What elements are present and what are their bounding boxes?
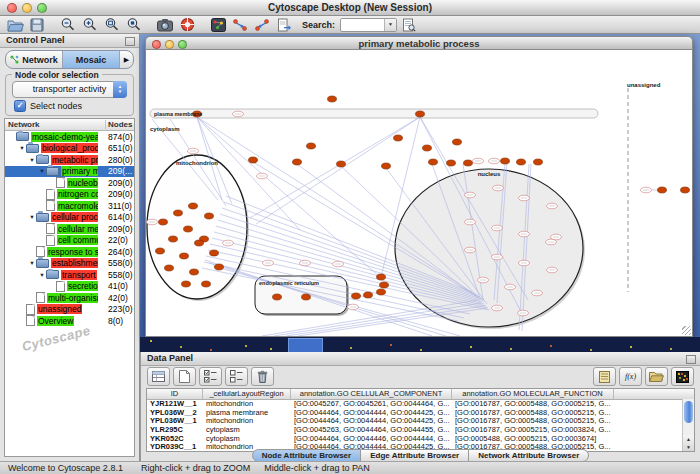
table-row[interactable]: YKR052Ccytoplasm[GO:0044464, GO:0044446,…	[147, 435, 694, 444]
tree-row[interactable]: multi-organism pro42(0)	[5, 292, 134, 304]
column-header[interactable]: annotation.GO CELLULAR_COMPONENT	[291, 389, 452, 399]
network-node[interactable]	[169, 236, 178, 242]
network-node[interactable]	[273, 294, 282, 300]
network-node[interactable]	[658, 187, 667, 193]
delete-attribute-icon[interactable]	[251, 367, 274, 386]
tree-row[interactable]: macromolecule311(0)	[5, 200, 134, 212]
tree-row[interactable]: cellular metabo209(0)	[5, 223, 134, 235]
window-titlebar[interactable]: Cytoscape Desktop (New Session)	[0, 0, 700, 16]
expander-icon[interactable]: ▼	[28, 260, 36, 266]
zoom-selected-icon[interactable]	[124, 17, 144, 32]
network-window-titlebar[interactable]: primary metabolic process	[145, 36, 693, 50]
network-node[interactable]	[156, 248, 165, 254]
network-node[interactable]	[189, 203, 198, 209]
zoom-fit-icon[interactable]	[102, 17, 122, 32]
formula-icon[interactable]: f(x)	[619, 367, 642, 386]
tree-row[interactable]: ▼metabolic process280(0)	[5, 154, 134, 166]
network-node[interactable]	[464, 160, 473, 166]
tree-row[interactable]: mosaic-demo-yeast874(0)	[5, 131, 134, 143]
network-node[interactable]	[377, 274, 386, 280]
network-node[interactable]	[293, 159, 302, 165]
network-node[interactable]	[190, 269, 199, 275]
network-node[interactable]	[210, 250, 219, 256]
expander-icon[interactable]: ▼	[28, 214, 36, 220]
network-node[interactable]	[159, 219, 168, 225]
network-node[interactable]	[174, 210, 183, 216]
tree-row[interactable]: nitrogen compo209(0)	[5, 189, 134, 201]
network-node[interactable]	[380, 282, 389, 288]
network-node[interactable]	[302, 294, 311, 300]
network-node[interactable]	[307, 143, 316, 149]
save-icon[interactable]	[27, 17, 47, 32]
enhanced-search-icon[interactable]	[399, 17, 419, 32]
table-row[interactable]: YJR121W__1mitochondrion[GO:0045267, GO:0…	[147, 400, 694, 409]
panel-tab-network[interactable]: Network	[6, 51, 63, 68]
plugin-manager-icon[interactable]	[274, 17, 294, 32]
scroll-up-icon[interactable]: ▲	[683, 435, 694, 443]
network-node[interactable]	[182, 281, 191, 287]
network-node[interactable]	[352, 293, 361, 299]
network-node[interactable]	[205, 213, 214, 219]
search-dropdown-icon[interactable]: ▼	[384, 19, 396, 31]
scrollbar-thumb[interactable]	[684, 401, 693, 423]
layout-edit-icon[interactable]	[252, 17, 272, 32]
expander-icon[interactable]: ▼	[18, 145, 26, 151]
network-node[interactable]	[184, 226, 193, 232]
tab-overflow-arrow[interactable]: ▶	[120, 51, 133, 68]
network-node[interactable]	[249, 157, 258, 163]
layout-icon[interactable]	[230, 17, 250, 32]
network-node[interactable]	[416, 111, 425, 117]
expander-icon[interactable]: ▼	[38, 272, 46, 278]
network-node[interactable]	[195, 240, 204, 246]
network-node[interactable]	[377, 289, 386, 295]
tree-row[interactable]: ▼cellular process614(0)	[5, 212, 134, 224]
tree-row[interactable]: secretion41(0)	[5, 281, 134, 293]
dropdown-stepper-icon[interactable]: ▲▼	[113, 81, 127, 98]
select-attributes-icon[interactable]	[199, 367, 222, 386]
network-node[interactable]	[202, 281, 211, 287]
node-color-dropdown[interactable]: transporter activity ▲▼	[12, 81, 127, 98]
tree-row[interactable]: ▼biological_process651(0)	[5, 143, 134, 155]
open-icon[interactable]	[5, 17, 25, 32]
column-header[interactable]: ID	[147, 389, 203, 399]
network-node[interactable]	[423, 145, 432, 151]
network-node[interactable]	[337, 161, 346, 167]
panel-tab-mosaic[interactable]: Mosaic	[63, 51, 120, 68]
resize-grip[interactable]	[682, 326, 691, 335]
table-row[interactable]: YPL036W__1mitochondrion[GO:0044464, GO:0…	[147, 417, 694, 426]
mitochondrion-region[interactable]	[147, 155, 247, 299]
float-panel-icon[interactable]	[125, 37, 135, 46]
zoom-in-icon[interactable]	[80, 17, 100, 32]
network-node[interactable]	[165, 265, 174, 271]
new-attribute-icon[interactable]	[173, 367, 196, 386]
column-header[interactable]: annotation.GO MOLECULAR_FUNCTION	[452, 389, 614, 399]
network-node[interactable]	[501, 158, 510, 164]
attribute-table-header[interactable]: ID_cellularLayoutRegionannotation.GO CEL…	[147, 389, 694, 400]
network-node[interactable]	[534, 159, 543, 165]
tree-header-network[interactable]: Network	[8, 119, 40, 130]
tree-row[interactable]: cell communicat22(0)	[5, 235, 134, 247]
table-row[interactable]: YPL036W__2plasma membrane[GO:0044464, GO…	[147, 409, 694, 418]
network-node[interactable]	[394, 135, 403, 141]
expander-icon[interactable]: ▼	[28, 157, 36, 163]
network-node[interactable]	[382, 163, 391, 169]
vizmapper-icon[interactable]	[208, 17, 228, 32]
tree-header[interactable]: Network Nodes	[5, 119, 134, 131]
checkbox-checked-icon[interactable]: ✓	[14, 100, 26, 112]
attribute-table[interactable]: ID_cellularLayoutRegionannotation.GO CEL…	[146, 388, 695, 452]
tree-row[interactable]: response to stimul264(0)	[5, 246, 134, 258]
float-panel-icon[interactable]	[686, 355, 696, 364]
tree-row[interactable]: ▼primary metabo209(...	[5, 166, 134, 178]
table-row[interactable]: YLR295Ccytoplasm[GO:0045263, GO:0044464,…	[147, 426, 694, 435]
network-node[interactable]	[328, 96, 337, 102]
column-header[interactable]: _cellularLayoutRegion	[203, 389, 291, 399]
nucleus-region[interactable]	[395, 169, 583, 327]
network-node[interactable]	[429, 159, 438, 165]
snapshot-icon[interactable]	[155, 17, 175, 32]
network-graph[interactable]: plasma membranecytoplasmmitochondrionnuc…	[146, 50, 692, 336]
network-node[interactable]	[180, 253, 189, 259]
network-node[interactable]	[215, 264, 224, 270]
tree-row[interactable]: unassigned223(0)	[5, 304, 134, 316]
select-nodes-checkbox-row[interactable]: ✓ Select nodes	[14, 100, 82, 112]
tree-header-nodes[interactable]: Nodes	[108, 119, 132, 130]
